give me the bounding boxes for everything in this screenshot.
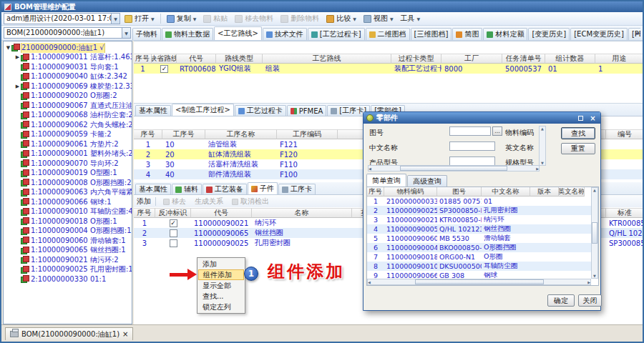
tools-button[interactable]: 工具 ▼ xyxy=(398,13,424,24)
tree-item[interactable]: 1:10000090060 滑动轴套:1 xyxy=(4,236,132,246)
tab-tooling[interactable]: 工艺装备 xyxy=(203,184,247,194)
reset-button[interactable]: 重置 xyxy=(561,143,595,154)
compare-button[interactable]: 比较 ▼ xyxy=(323,13,359,24)
tab-child-parts[interactable]: 子件 xyxy=(248,182,278,194)
default-route-checkbox[interactable]: ✓ xyxy=(160,65,168,73)
col-header-version[interactable]: 版本 xyxy=(530,187,559,197)
scroll-down-icon[interactable]: ▼ xyxy=(593,274,596,278)
tree-item[interactable]: 1:10000090018 O形圈:1 xyxy=(4,217,132,227)
scroll-thumb[interactable] xyxy=(592,222,597,244)
tab-change-history[interactable]: [变更历史] xyxy=(528,28,570,40)
tree-item[interactable]: 1:10000090008 O形圈挡圈:2 xyxy=(4,178,132,188)
table-horizontal-scrollbar[interactable]: ◀ ▶ xyxy=(367,279,591,285)
tree-item[interactable]: 2:10000000330 01:1 xyxy=(4,274,132,284)
tree-item[interactable]: 1:10000090059 卡箍:2 xyxy=(4,130,132,140)
col-header-usage[interactable]: 用途 xyxy=(595,54,644,64)
col-header-route[interactable]: 工艺路线 xyxy=(263,54,391,64)
menu-item-lock-left[interactable]: 锁定左列 xyxy=(198,302,244,312)
scroll-thumb[interactable] xyxy=(400,166,507,171)
close-button[interactable]: × xyxy=(588,114,597,122)
tab-tech-document[interactable]: 技术文件 xyxy=(263,28,307,40)
menu-item-find[interactable]: 查找... xyxy=(198,291,244,302)
col-header-group-counter[interactable]: 组计数器 xyxy=(545,54,595,64)
col-header-cn-name[interactable]: 中文名称 xyxy=(482,187,530,197)
col-header-op-code[interactable]: 工序编码 xyxy=(277,129,338,139)
col-header-op-no[interactable]: 工序号 xyxy=(162,129,205,139)
tab-pfmea[interactable]: PFMEA xyxy=(287,105,327,116)
tree-item[interactable]: 1:10000090019 O型圈:1 xyxy=(4,169,132,179)
parts-row[interactable]: 7 110000090018 ORG00-N1 O形圈 xyxy=(367,252,591,262)
scroll-right-icon[interactable]: ▶ xyxy=(536,166,539,171)
scroll-right-icon[interactable]: ▶ xyxy=(587,280,590,284)
tab-child-material[interactable]: 子物料 xyxy=(132,28,161,40)
tree-item[interactable]: 1:10000090066 钢球:1 xyxy=(4,197,132,207)
tab-2d-drawing[interactable]: 二维图档 xyxy=(366,28,410,40)
tree-item[interactable]: 1:10000090067 直通式压注油杯:2 xyxy=(4,101,132,111)
tab-material-quota[interactable]: 材料定额 xyxy=(483,28,527,40)
backflush-checkbox[interactable]: ✓ xyxy=(170,219,177,227)
bottom-bom-tab[interactable]: BOM(210000090000:油缸1) × xyxy=(5,327,133,340)
scroll-left-icon[interactable]: ◀ xyxy=(368,280,371,284)
tree-item[interactable]: 1:10000090040 缸体:2.342 xyxy=(4,72,132,82)
tab-3d-drawing[interactable]: [三维图档] xyxy=(411,28,452,40)
tree-item[interactable]: ▶1:10000090011 活塞杆:1.463 √ xyxy=(4,53,132,63)
col-header-material-code[interactable]: 物料编码 xyxy=(384,187,437,197)
tree-item[interactable]: 1:10000090021 纳污环:2 xyxy=(4,255,132,265)
col-header-code[interactable]: 代号 xyxy=(191,208,252,218)
bom-combo[interactable]: BOM(210000090000:油缸1) ▼ xyxy=(4,27,131,39)
browse-button[interactable]: ... xyxy=(492,126,502,136)
col-header-task-list[interactable]: 任务清单号 xyxy=(502,54,545,64)
add-button[interactable]: 添加 xyxy=(137,197,151,207)
menu-item-component-add[interactable]: 组件添加 xyxy=(198,269,244,280)
scroll-left-icon[interactable]: ◀ xyxy=(369,166,371,171)
tree-item[interactable]: 1:10000090068 油杆防尘套:2 xyxy=(4,111,132,121)
col-header-default-route[interactable]: 缺省路线 xyxy=(152,54,177,64)
backflush-checkbox[interactable] xyxy=(170,239,177,247)
copy-button[interactable]: 复制 ▼ xyxy=(164,13,200,24)
menu-item-show-all[interactable]: 显示全部 xyxy=(198,280,244,291)
expand-icon[interactable]: ▶ xyxy=(14,84,21,89)
scroll-down-icon[interactable]: ▼ xyxy=(541,161,544,165)
tab-process-card[interactable]: 工艺过程卡 xyxy=(235,105,286,116)
close-icon[interactable]: × xyxy=(122,330,128,338)
drawing-no-input[interactable] xyxy=(449,126,491,136)
col-header-seq[interactable]: 序号 xyxy=(367,187,384,197)
table-vertical-scrollbar[interactable]: ▲ ▼ xyxy=(591,187,598,279)
tree-item[interactable]: ▶1:10000090069 橡胶垫:12.334 √ xyxy=(4,81,132,91)
parts-row[interactable]: 1 2100000000330 01885 00751 01 xyxy=(367,197,591,206)
restore-button[interactable] xyxy=(576,114,585,122)
tree-item[interactable]: 1:10000090062 六角头螺栓:2 xyxy=(4,120,132,130)
tab-advanced-query[interactable]: 高级查询 xyxy=(407,175,447,187)
tree-item[interactable]: 1:10000090001 塑料外堵头:2 xyxy=(4,149,132,159)
col-header-number[interactable]: 编号 xyxy=(606,129,644,139)
col-header-standard[interactable]: 标准 xyxy=(606,208,644,218)
parts-row[interactable]: 8 110000090010 DKSU000500-U1 耳轴防尘圈 xyxy=(367,262,591,271)
col-header-drawing-no[interactable]: 图号 xyxy=(437,187,482,197)
col-header-seq[interactable]: 序号 xyxy=(134,129,162,139)
col-header-factory[interactable]: 工厂 xyxy=(441,54,502,64)
tab-sketch[interactable]: 简图 xyxy=(452,28,482,40)
routing-row[interactable]: 1 ✓ RT000608 YGIQ组装 组装 装配工艺过程卡 8000 5000… xyxy=(134,64,644,74)
chevron-down-icon[interactable]: ▼ xyxy=(111,14,119,24)
tab-material-master[interactable]: 物料主数据 xyxy=(162,28,213,40)
search-button[interactable]: 查找 xyxy=(561,127,595,139)
parts-row[interactable]: 2 110000090025 SP3000850-P2.. 孔用密封圈 xyxy=(367,206,591,215)
backflush-checkbox[interactable] xyxy=(170,229,177,237)
tab-manufacturing-process[interactable]: <制造工序过程> xyxy=(172,104,234,116)
col-header-seq[interactable]: 序号 xyxy=(134,208,155,218)
view-button[interactable]: 视图 ▼ xyxy=(361,13,396,24)
tree-item[interactable]: 1:10000090004 O形圈挡圈:1 xyxy=(4,227,132,237)
cn-name-input[interactable] xyxy=(449,141,495,151)
expand-icon[interactable]: ▶ xyxy=(14,54,21,60)
dialog-close-button[interactable]: 关闭 xyxy=(578,294,602,307)
tab-auxiliary-material[interactable]: 辅料 xyxy=(172,184,202,194)
menu-item-add[interactable]: 添加 xyxy=(198,259,244,269)
col-header-name[interactable]: 名称 xyxy=(252,208,352,218)
tab-operation-card[interactable]: 工序卡 xyxy=(278,184,316,194)
collapse-icon[interactable]: ▼ xyxy=(5,45,11,51)
form-horizontal-scrollbar[interactable]: ◀ ▶ xyxy=(368,165,540,172)
tree-item[interactable]: 1:10000090061 方垫片:2 xyxy=(4,139,132,149)
tree-item[interactable]: 1:10000090025 孔用密封圈:1 xyxy=(4,265,132,275)
col-header-op-name[interactable]: 工序名称 xyxy=(205,129,277,139)
parts-row[interactable]: 3 110000090021 KTR000850-P1 纳污环 xyxy=(367,215,591,224)
